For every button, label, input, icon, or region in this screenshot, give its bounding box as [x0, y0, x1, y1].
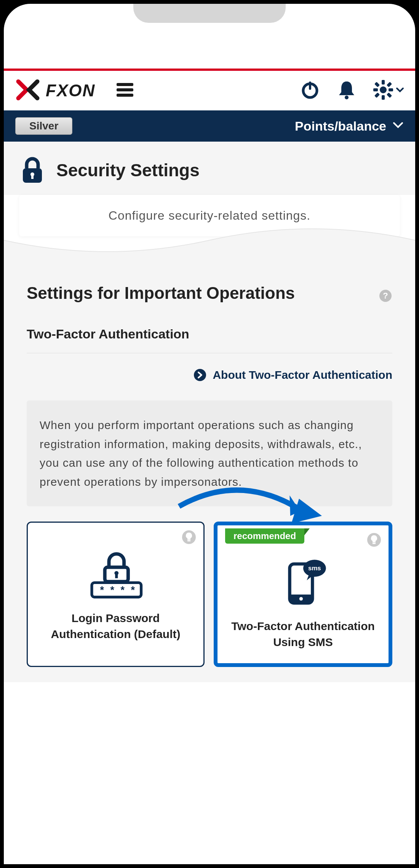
svg-text:*: *: [100, 584, 104, 596]
section-title: Settings for Important Operations: [27, 282, 371, 304]
phone-screen: FXON: [4, 4, 415, 864]
page-title: Security Settings: [56, 160, 200, 180]
brand-mark-icon: [14, 78, 41, 103]
lock-icon: [19, 157, 46, 183]
content-area: Settings for Important Operations ? Two-…: [4, 271, 415, 682]
bulb-hint-icon[interactable]: [181, 530, 197, 545]
arrow-right-circle-icon: [194, 369, 206, 381]
about-link-label: About Two-Factor Authentication: [213, 369, 392, 381]
svg-rect-1: [117, 88, 133, 91]
svg-text:*: *: [110, 584, 114, 596]
chevron-down-icon: [392, 119, 404, 134]
brand-name: FXON: [46, 81, 95, 100]
sub-header: Silver Points/balance: [4, 110, 415, 142]
svg-point-37: [299, 597, 302, 600]
svg-rect-9: [373, 88, 378, 91]
phone-frame: FXON: [0, 0, 419, 868]
subsection-title: Two-Factor Authentication: [27, 327, 392, 353]
page-header: Security Settings: [4, 142, 415, 195]
menu-icon[interactable]: [114, 79, 136, 102]
svg-rect-23: [187, 540, 190, 541]
svg-rect-12: [387, 93, 392, 98]
about-2fa-link[interactable]: About Two-Factor Authentication: [27, 369, 392, 381]
svg-rect-2: [117, 94, 133, 97]
svg-text:*: *: [120, 584, 125, 596]
bell-icon[interactable]: [336, 79, 357, 102]
svg-text:*: *: [131, 584, 135, 596]
password-auth-icon: * * * *: [35, 546, 196, 603]
auth-option-password[interactable]: * * * * Login Password Authentication (D…: [27, 522, 205, 667]
points-balance-toggle[interactable]: Points/balance: [295, 119, 404, 134]
bulb-hint-icon[interactable]: [366, 532, 382, 547]
brand-logo[interactable]: FXON: [14, 78, 95, 103]
svg-rect-14: [374, 93, 380, 98]
svg-text:sms: sms: [308, 565, 321, 572]
auth-option-label: Login Password Authentication (Default): [35, 610, 196, 642]
svg-rect-26: [115, 574, 118, 578]
svg-point-6: [380, 86, 387, 93]
auth-options: * * * * Login Password Authentication (D…: [27, 522, 392, 667]
auth-option-sms[interactable]: recommended: [214, 522, 392, 667]
power-icon[interactable]: [299, 79, 321, 102]
svg-rect-17: [31, 175, 34, 179]
sms-auth-icon: sms: [223, 554, 383, 611]
auth-option-label: Two-Factor Authentication Using SMS: [223, 618, 383, 650]
svg-rect-13: [387, 82, 392, 87]
svg-rect-33: [373, 543, 376, 544]
points-balance-label: Points/balance: [295, 119, 386, 134]
svg-marker-21: [291, 499, 322, 523]
wave-separator: [4, 225, 415, 271]
help-icon[interactable]: ?: [379, 289, 392, 303]
page-description: Configure security-related settings.: [109, 209, 310, 222]
svg-point-5: [345, 96, 349, 99]
recommended-badge: recommended: [225, 528, 304, 544]
chevron-down-icon: [395, 85, 405, 96]
app-header: FXON: [4, 71, 415, 110]
svg-rect-4: [309, 81, 311, 90]
settings-menu[interactable]: [373, 79, 405, 102]
svg-point-20: [194, 369, 206, 381]
svg-rect-10: [389, 88, 393, 91]
gear-icon: [373, 79, 394, 102]
tier-badge: Silver: [15, 117, 72, 135]
svg-rect-0: [117, 83, 133, 86]
svg-text:?: ?: [383, 291, 388, 300]
svg-rect-11: [374, 82, 380, 87]
phone-notch: [133, 4, 286, 23]
svg-rect-8: [382, 95, 385, 100]
svg-rect-7: [382, 80, 385, 85]
